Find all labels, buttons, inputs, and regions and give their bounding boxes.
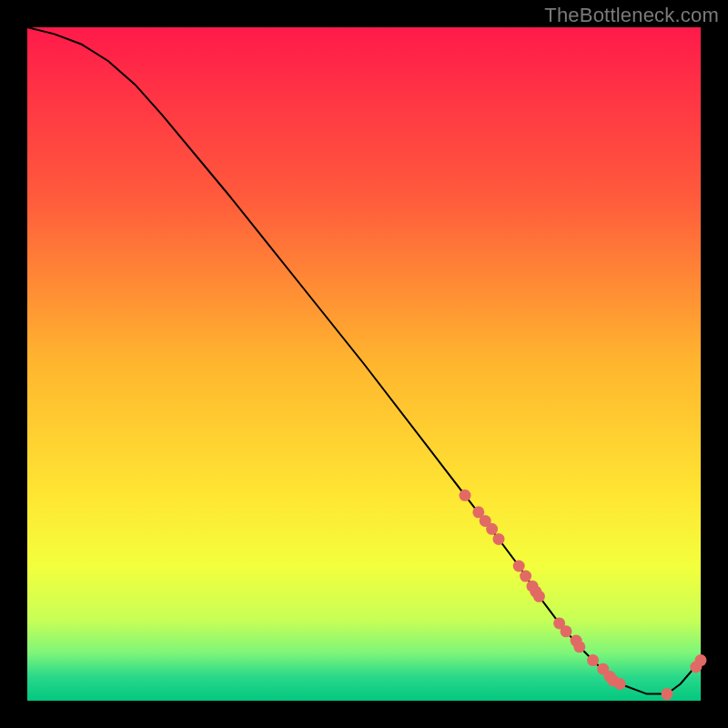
attribution-text: TheBottleneck.com [544,4,719,27]
chart-stage: TheBottleneck.com [0,0,728,728]
scatter-point [493,533,505,545]
scatter-point [533,591,545,602]
scatter-point [513,561,525,572]
scatter-point [520,571,531,582]
scatter-point [486,523,498,535]
scatter-point [614,678,626,690]
scatter-point [587,654,599,666]
scatter-point [662,688,673,700]
scatter-point [561,625,572,637]
scatter-point [460,490,471,501]
scatter-point [573,641,585,652]
bottleneck-chart [0,0,728,728]
scatter-point [695,654,707,666]
